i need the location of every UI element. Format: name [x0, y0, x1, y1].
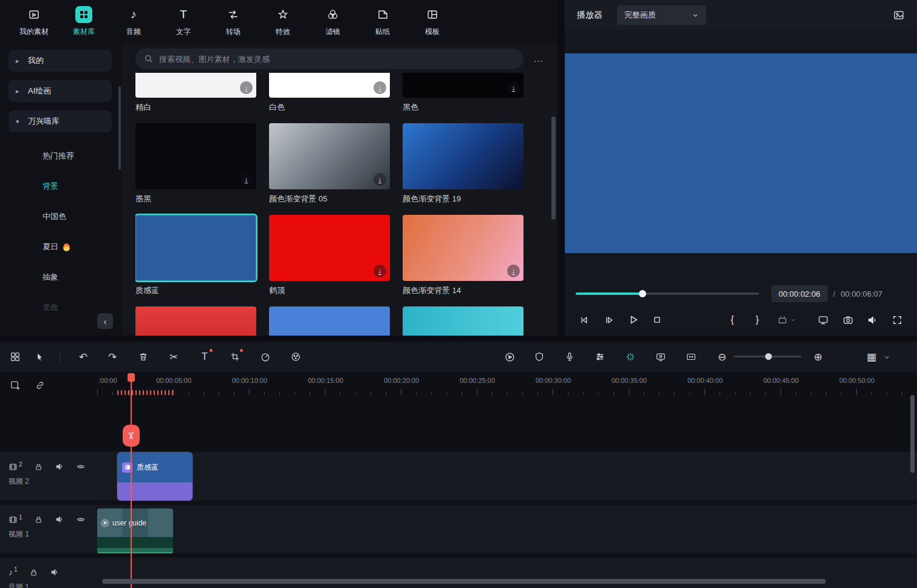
sidebar-item-summer[interactable]: 夏日	[0, 232, 121, 262]
add-track-icon[interactable]	[8, 378, 22, 393]
redo-icon[interactable]: ↷	[101, 346, 123, 368]
zoom-in-icon[interactable]: ⊕	[807, 346, 829, 368]
tab-filters[interactable]: 滤镜	[317, 6, 349, 37]
asset-tile[interactable]: ↓	[403, 215, 523, 281]
timeline-clip-color[interactable]: 质感蓝	[117, 452, 193, 501]
sidebar-group-mine[interactable]: ▸ 我的	[9, 50, 112, 72]
sparkle-icon[interactable]	[619, 346, 641, 368]
playhead-scissors-button[interactable]: ✂	[123, 425, 140, 447]
lock-icon[interactable]	[34, 462, 43, 471]
sidebar-scrollbar[interactable]	[118, 86, 121, 170]
chevron-down-icon[interactable]	[884, 354, 890, 360]
asset-tile[interactable]	[135, 306, 256, 336]
zoom-out-icon[interactable]: ⊖	[711, 346, 733, 368]
asset-tile[interactable]: ↓	[269, 73, 390, 98]
mark-out-button[interactable]: }	[748, 311, 766, 329]
screen-record-icon[interactable]	[650, 346, 672, 368]
sidebar-group-library[interactable]: ▾ 万兴喵库	[9, 110, 112, 132]
quality-dropdown[interactable]: 完整画质	[617, 5, 706, 25]
text-tool-icon[interactable]: T	[194, 346, 216, 368]
volume-icon[interactable]	[55, 462, 64, 471]
eye-icon[interactable]	[76, 515, 86, 524]
asset-tile-selected[interactable]	[135, 215, 256, 281]
next-frame-button[interactable]	[600, 311, 618, 329]
track-layout-icon[interactable]: ▦	[861, 346, 882, 368]
playhead-line[interactable]	[131, 373, 132, 588]
volume-icon[interactable]	[50, 567, 60, 577]
fullscreen-icon[interactable]	[888, 311, 906, 329]
tab-effects[interactable]: 特效	[267, 6, 299, 37]
search-input[interactable]	[159, 55, 515, 64]
tab-my-media[interactable]: 我的素材	[18, 6, 50, 37]
zoom-slider[interactable]	[734, 356, 802, 357]
sidebar-item-china-color[interactable]: 中国色	[0, 201, 121, 232]
preview-canvas[interactable]	[565, 53, 917, 253]
tab-text[interactable]: T 文字	[168, 6, 199, 37]
download-icon[interactable]: ↓	[373, 81, 386, 94]
download-icon[interactable]: ↓	[507, 81, 520, 94]
sidebar-item-hot[interactable]: 热门推荐	[0, 141, 121, 171]
previous-frame-button[interactable]	[574, 311, 593, 329]
asset-tile[interactable]: ↓	[269, 123, 390, 189]
timeline-ruler[interactable]: :00:00 00:00:05:00 00:00:10:00 00:00:15:…	[97, 372, 917, 395]
stop-button[interactable]	[648, 311, 666, 329]
render-preview-icon[interactable]	[499, 346, 520, 368]
eye-icon[interactable]	[76, 462, 86, 471]
link-icon[interactable]	[33, 378, 47, 393]
asset-tile[interactable]	[269, 306, 390, 336]
zoom-slider-handle[interactable]	[765, 353, 772, 360]
preview-image-icon[interactable]	[893, 9, 905, 21]
seek-slider[interactable]	[576, 292, 759, 295]
more-options-icon[interactable]: …	[533, 53, 544, 65]
asset-tile[interactable]: ↓	[269, 215, 390, 281]
asset-tile[interactable]: ↓	[403, 73, 523, 98]
seek-handle[interactable]	[639, 290, 646, 297]
speed-tool-icon[interactable]	[254, 346, 276, 368]
download-icon[interactable]: ↓	[240, 173, 253, 186]
audio-mixer-icon[interactable]	[589, 346, 611, 368]
asset-tile[interactable]: ↓	[135, 73, 256, 98]
tab-transition[interactable]: 转场	[217, 6, 249, 37]
microphone-icon[interactable]	[559, 346, 581, 368]
asset-grid-scrollbar[interactable]	[551, 117, 556, 220]
lock-icon[interactable]	[29, 568, 38, 577]
sidebar-collapse-button[interactable]: ‹	[97, 313, 113, 329]
download-icon[interactable]: ↓	[373, 173, 386, 186]
volume-icon[interactable]	[863, 311, 881, 329]
download-icon[interactable]: ↓	[240, 81, 253, 94]
tab-stickers[interactable]: 贴纸	[367, 6, 398, 37]
lock-icon[interactable]	[34, 515, 43, 524]
asset-tile[interactable]: ↓	[135, 123, 256, 189]
sidebar-item-abstract[interactable]: 抽象	[0, 262, 121, 292]
timeline-clip-video[interactable]: user guide	[97, 509, 173, 553]
timeline-horizontal-scrollbar[interactable]	[97, 578, 911, 584]
fit-timeline-icon[interactable]	[680, 346, 702, 368]
display-mode-icon[interactable]	[814, 311, 832, 329]
mark-in-button[interactable]: {	[723, 311, 741, 329]
snapshot-camera-icon[interactable]	[839, 311, 857, 329]
split-scissors-icon[interactable]: ✂	[163, 346, 185, 368]
tab-library[interactable]: 素材库	[68, 6, 100, 37]
horizontal-scroll-thumb[interactable]	[102, 579, 826, 584]
mask-shield-icon[interactable]	[528, 346, 550, 368]
play-button[interactable]	[624, 311, 643, 329]
volume-icon[interactable]	[55, 515, 64, 524]
tab-audio[interactable]: ♪ 音频	[118, 6, 149, 37]
asset-tile[interactable]	[403, 123, 523, 189]
timeline-vertical-scrollbar[interactable]	[910, 395, 915, 473]
chevron-down-icon[interactable]	[788, 311, 798, 329]
media-grid-icon[interactable]	[4, 346, 26, 368]
color-palette-icon[interactable]	[285, 346, 307, 368]
crop-tool-icon[interactable]	[224, 346, 246, 368]
sidebar-item-background[interactable]: 背景	[0, 171, 121, 201]
download-icon[interactable]: ↓	[507, 265, 520, 277]
delete-icon[interactable]	[132, 346, 154, 368]
tab-templates[interactable]: 模板	[417, 6, 448, 37]
undo-icon[interactable]: ↶	[72, 346, 94, 368]
search-bar[interactable]	[135, 49, 523, 69]
select-cursor-icon[interactable]	[29, 346, 50, 368]
download-icon[interactable]: ↓	[373, 265, 386, 277]
sidebar-group-ai-paint[interactable]: ▸ AI绘画	[9, 80, 112, 102]
playhead-handle[interactable]	[128, 373, 135, 382]
asset-tile[interactable]	[403, 306, 523, 336]
